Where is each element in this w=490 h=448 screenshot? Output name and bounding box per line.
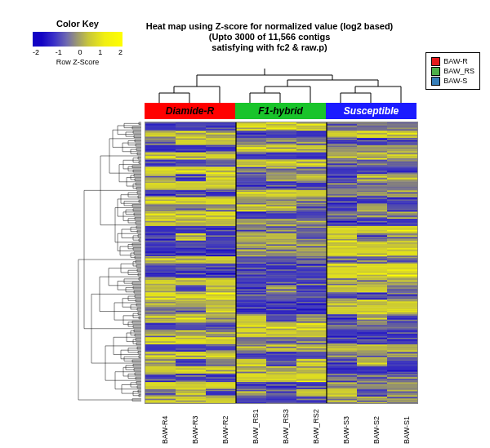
svg-rect-1694 [266, 309, 296, 310]
svg-rect-2153 [266, 401, 296, 401]
svg-rect-2058 [387, 381, 417, 382]
svg-rect-1453 [327, 260, 357, 261]
svg-rect-959 [357, 162, 387, 162]
svg-rect-2094 [387, 388, 417, 389]
svg-rect-1164 [296, 203, 327, 204]
svg-rect-1496 [266, 269, 296, 270]
svg-rect-1853 [176, 341, 206, 342]
svg-rect-1156 [327, 202, 357, 202]
svg-rect-1881 [206, 347, 236, 348]
svg-rect-1784 [266, 327, 296, 328]
svg-rect-816 [387, 133, 417, 134]
svg-rect-1822 [327, 335, 357, 335]
svg-rect-849 [296, 140, 327, 141]
svg-rect-1404 [206, 251, 236, 252]
svg-rect-1562 [357, 282, 387, 283]
svg-rect-986 [357, 167, 387, 168]
svg-rect-1655 [176, 302, 206, 303]
svg-rect-1669 [327, 304, 357, 304]
svg-rect-1084 [327, 187, 357, 188]
svg-rect-1727 [176, 317, 206, 317]
svg-rect-791 [176, 130, 206, 131]
svg-rect-2070 [206, 384, 236, 385]
svg-rect-1059 [387, 182, 417, 183]
svg-rect-948 [296, 160, 327, 161]
svg-rect-1805 [357, 330, 387, 331]
svg-rect-1331 [176, 237, 206, 238]
svg-rect-796 [327, 130, 357, 131]
svg-rect-1824 [387, 335, 417, 335]
svg-rect-1251 [206, 221, 236, 222]
svg-rect-994 [327, 169, 357, 170]
svg-rect-1110 [296, 193, 327, 193]
svg-rect-1606 [327, 291, 357, 292]
svg-rect-920 [266, 155, 296, 156]
svg-rect-1422 [206, 255, 236, 256]
svg-rect-1001 [266, 171, 296, 171]
svg-rect-1006 [145, 173, 176, 174]
svg-rect-889 [145, 149, 176, 150]
svg-rect-772 [145, 126, 176, 126]
svg-rect-943 [145, 160, 176, 161]
svg-rect-855 [206, 142, 236, 143]
svg-rect-1199 [266, 211, 296, 211]
svg-rect-1115 [176, 194, 206, 195]
svg-rect-1514 [266, 273, 296, 274]
svg-rect-1384 [145, 248, 176, 249]
svg-rect-1868 [357, 344, 387, 344]
svg-rect-1603 [236, 291, 266, 292]
svg-rect-1324 [236, 236, 266, 237]
svg-rect-1833 [387, 336, 417, 337]
svg-rect-1413 [206, 254, 236, 255]
svg-rect-1259 [176, 223, 206, 224]
svg-rect-2076 [387, 384, 417, 385]
svg-rect-1386 [206, 248, 236, 249]
svg-rect-1698 [387, 309, 417, 310]
svg-rect-1390 [327, 248, 357, 249]
svg-rect-1058 [357, 182, 387, 183]
svg-rect-1952 [176, 362, 206, 362]
svg-rect-2081 [266, 386, 296, 387]
svg-rect-1227 [296, 215, 327, 216]
svg-rect-1551 [296, 281, 327, 282]
svg-rect-1419 [387, 254, 417, 255]
svg-rect-1103 [357, 191, 387, 192]
svg-rect-1104 [387, 191, 417, 192]
svg-rect-1503 [206, 272, 236, 273]
column-label: BAW_RS3 [282, 409, 290, 444]
svg-rect-766 [236, 124, 266, 125]
svg-rect-870 [387, 144, 417, 144]
svg-rect-910 [236, 153, 266, 153]
svg-rect-782 [176, 128, 206, 129]
svg-rect-1314 [206, 233, 236, 234]
svg-rect-2066 [357, 383, 387, 384]
svg-rect-2054 [266, 381, 296, 382]
svg-rect-1134 [206, 197, 236, 198]
svg-rect-1679 [357, 305, 387, 306]
svg-rect-1013 [357, 173, 387, 174]
svg-rect-955 [236, 162, 266, 162]
svg-rect-1898 [176, 350, 206, 351]
svg-rect-995 [357, 169, 387, 170]
svg-rect-1889 [176, 348, 206, 349]
group-bar-susceptible: Susceptible [326, 103, 416, 119]
svg-rect-1708 [145, 313, 176, 313]
svg-rect-2036 [266, 377, 296, 378]
svg-rect-1534 [327, 277, 357, 277]
svg-rect-2161 [236, 402, 266, 403]
svg-rect-1928 [266, 356, 296, 357]
svg-rect-1447 [145, 260, 176, 261]
svg-rect-1061 [176, 184, 206, 184]
svg-rect-2013 [387, 372, 417, 373]
svg-rect-810 [206, 133, 236, 134]
svg-rect-1230 [387, 215, 417, 216]
svg-rect-1864 [236, 344, 266, 344]
svg-rect-1553 [357, 281, 387, 282]
svg-rect-1266 [387, 223, 417, 224]
svg-rect-2035 [236, 377, 266, 378]
svg-rect-783 [206, 128, 236, 129]
svg-rect-2166 [387, 402, 417, 403]
svg-rect-1308 [296, 232, 327, 233]
svg-rect-1479 [296, 266, 327, 267]
svg-rect-1252 [236, 221, 266, 222]
